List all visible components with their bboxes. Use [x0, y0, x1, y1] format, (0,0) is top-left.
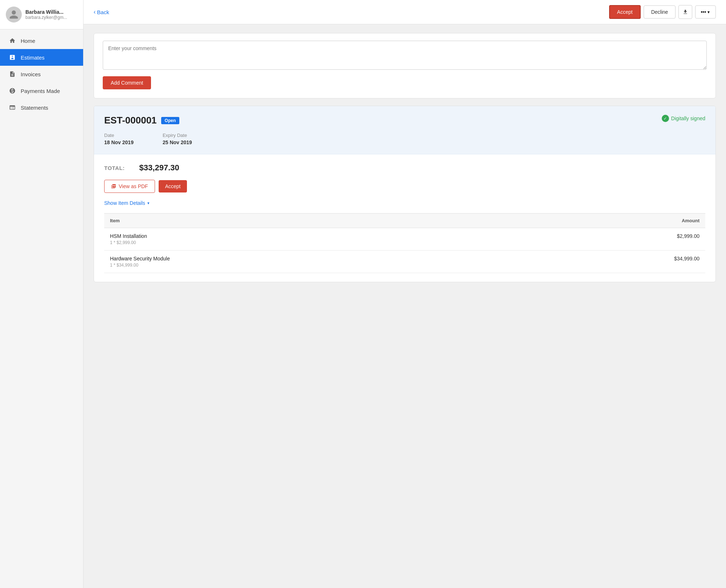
amount-cell: $2,999.00	[500, 228, 705, 251]
digitally-signed-indicator: ✓ Digitally signed	[662, 115, 705, 122]
profile-name: Barbara Willia...	[25, 9, 67, 15]
back-label: Back	[97, 9, 109, 15]
estimate-dates: Date 18 Nov 2019 Expiry Date 25 Nov 2019	[104, 133, 192, 145]
date-group: Date 18 Nov 2019	[104, 133, 134, 145]
estimate-actions: View as PDF Accept	[104, 180, 705, 193]
add-comment-button[interactable]: Add Comment	[103, 76, 151, 89]
amount-cell: $34,999.00	[500, 251, 705, 273]
avatar	[6, 7, 22, 23]
more-chevron-icon: ▼	[707, 10, 710, 14]
expiry-value: 25 Nov 2019	[163, 139, 192, 145]
table-row: Hardware Security Module 1 * $34,999.00 …	[104, 251, 705, 273]
accept-button[interactable]: Accept	[609, 5, 641, 19]
total-row: TOTAL: $33,297.30	[104, 163, 705, 173]
invoices-icon	[8, 70, 16, 78]
profile-info: Barbara Willia... barbara.zylker@gm...	[25, 9, 67, 20]
expiry-group: Expiry Date 25 Nov 2019	[163, 133, 192, 145]
view-pdf-label: View as PDF	[119, 183, 148, 189]
dropdown-arrow-icon: ▾	[147, 201, 150, 206]
item-detail: 1 * $34,999.00	[110, 263, 494, 268]
more-options-button[interactable]: ••• ▼	[695, 5, 716, 19]
estimate-body: TOTAL: $33,297.30 View as PDF Accept Sho…	[94, 154, 715, 282]
estimate-header: EST-000001 Open Date 18 Nov 2019 Expiry …	[94, 106, 715, 154]
sidebar-label-payments: Payments Made	[21, 88, 60, 94]
estimates-icon	[8, 53, 16, 61]
item-name: Hardware Security Module	[110, 256, 494, 261]
sidebar-navigation: Home Estimates Invoices Payments Made	[0, 29, 83, 119]
column-item: Item	[104, 214, 500, 228]
comment-textarea[interactable]	[103, 41, 707, 70]
estimate-card: EST-000001 Open Date 18 Nov 2019 Expiry …	[94, 106, 716, 282]
page-content: Add Comment EST-000001 Open Date 18 Nov …	[83, 24, 726, 588]
items-table: Item Amount HSM Installation 1 * $2,999.…	[104, 213, 705, 273]
column-amount: Amount	[500, 214, 705, 228]
chevron-left-icon: ‹	[94, 9, 95, 15]
profile-section: Barbara Willia... barbara.zylker@gm...	[0, 0, 83, 29]
expiry-label: Expiry Date	[163, 133, 192, 138]
date-label: Date	[104, 133, 134, 138]
sidebar: Barbara Willia... barbara.zylker@gm... H…	[0, 0, 83, 588]
sidebar-label-statements: Statements	[21, 105, 48, 111]
back-button[interactable]: ‹ Back	[94, 9, 109, 15]
item-cell: HSM Installation 1 * $2,999.00	[104, 228, 500, 251]
profile-email: barbara.zylker@gm...	[25, 15, 67, 20]
sidebar-label-estimates: Estimates	[21, 54, 45, 61]
date-value: 18 Nov 2019	[104, 139, 134, 145]
payments-icon	[8, 87, 16, 95]
estimate-number: EST-000001	[104, 115, 157, 126]
sidebar-item-home[interactable]: Home	[0, 32, 83, 49]
header-actions: Accept Decline ••• ▼	[609, 5, 716, 19]
total-amount: $33,297.30	[139, 163, 179, 173]
estimate-header-left: EST-000001 Open Date 18 Nov 2019 Expiry …	[104, 115, 192, 145]
comment-section: Add Comment	[94, 33, 716, 98]
status-badge: Open	[161, 117, 180, 124]
item-detail: 1 * $2,999.00	[110, 240, 494, 245]
item-name: HSM Installation	[110, 233, 494, 239]
home-icon	[8, 37, 16, 45]
total-label: TOTAL:	[104, 165, 125, 171]
page-header: ‹ Back Accept Decline ••• ▼	[83, 0, 726, 24]
sidebar-item-estimates[interactable]: Estimates	[0, 49, 83, 66]
main-content: ‹ Back Accept Decline ••• ▼ Add Comment	[83, 0, 726, 588]
item-cell: Hardware Security Module 1 * $34,999.00	[104, 251, 500, 273]
accept-estimate-button[interactable]: Accept	[159, 180, 187, 192]
show-item-details-toggle[interactable]: Show Item Details ▾	[104, 200, 705, 206]
table-header-row: Item Amount	[104, 214, 705, 228]
table-row: HSM Installation 1 * $2,999.00 $2,999.00	[104, 228, 705, 251]
statements-icon	[8, 104, 16, 111]
check-circle-icon: ✓	[662, 115, 669, 122]
sidebar-item-payments[interactable]: Payments Made	[0, 82, 83, 99]
view-as-pdf-button[interactable]: View as PDF	[104, 180, 155, 193]
estimate-title-row: EST-000001 Open	[104, 115, 192, 126]
sidebar-item-statements[interactable]: Statements	[0, 99, 83, 116]
decline-button[interactable]: Decline	[644, 5, 676, 19]
sidebar-label-invoices: Invoices	[21, 71, 41, 77]
ellipsis-icon: •••	[701, 9, 706, 15]
sidebar-item-invoices[interactable]: Invoices	[0, 66, 83, 82]
digitally-signed-label: Digitally signed	[671, 115, 705, 121]
show-details-label: Show Item Details	[104, 200, 145, 206]
sidebar-label-home: Home	[21, 38, 35, 44]
download-button[interactable]	[678, 5, 692, 19]
